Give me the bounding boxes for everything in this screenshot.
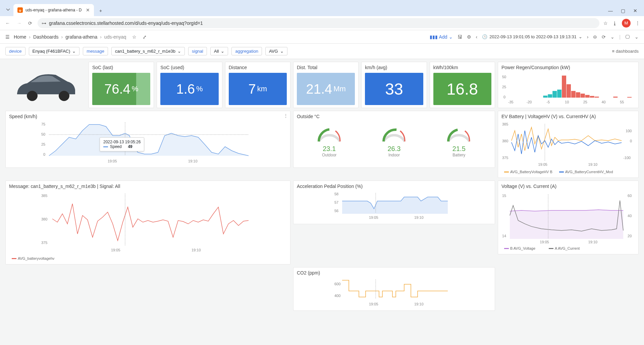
- chevron-down-icon[interactable]: ⌄: [635, 34, 639, 40]
- save-icon[interactable]: 🖫: [458, 34, 462, 40]
- browser-tab[interactable]: ⬙ uds-enyaq - grafana-athena - D ✕: [13, 4, 94, 16]
- close-window-icon[interactable]: ✕: [633, 8, 637, 13]
- add-button[interactable]: ▮▮▮ Add ⌄: [430, 34, 453, 40]
- breadcrumb-dashboards[interactable]: Dashboards: [33, 34, 59, 40]
- dashboards-link[interactable]: ≡ dashboards: [612, 49, 639, 54]
- profile-avatar[interactable]: M: [622, 19, 631, 28]
- svg-text:19:10: 19:10: [588, 240, 597, 244]
- svg-text:-5: -5: [546, 100, 550, 104]
- chevron-down-icon: ⌄: [72, 49, 76, 54]
- evbat-panel[interactable]: EV Battery | VoltageHV (V) vs. CurrentHV…: [498, 111, 639, 178]
- monitor-icon[interactable]: 🖵: [625, 34, 630, 40]
- menu-icon[interactable]: ☰: [5, 34, 10, 40]
- breadcrumb-folder[interactable]: grafana-athena: [65, 34, 97, 40]
- svg-rect-18: [595, 97, 599, 98]
- tab-actions-icon[interactable]: [5, 6, 11, 13]
- minimize-icon[interactable]: —: [608, 8, 613, 13]
- stat-dist-total[interactable]: Dist. Total 21.4Mm: [293, 62, 359, 108]
- time-forward-icon[interactable]: ›: [587, 34, 589, 40]
- breadcrumb-page: uds-enyaq: [104, 34, 126, 40]
- svg-text:19:10: 19:10: [414, 215, 424, 219]
- msg-chart: 385380375 19:0519:10: [9, 190, 287, 254]
- browser-menu-icon[interactable]: ⋮: [635, 20, 640, 26]
- co2-panel[interactable]: CO2 (ppm) 600400 19:0519:10: [293, 267, 495, 311]
- svg-text:100: 100: [626, 129, 632, 133]
- download-icon[interactable]: ⭳: [612, 20, 617, 26]
- close-tab-icon[interactable]: ✕: [86, 7, 90, 13]
- breadcrumb: Home › Dashboards › grafana-athena › uds…: [14, 34, 147, 40]
- svg-text:19:10: 19:10: [188, 159, 198, 163]
- var-signal-select[interactable]: All⌄: [210, 47, 228, 55]
- panel-menu-icon[interactable]: ⋮: [283, 113, 288, 118]
- back-icon[interactable]: ←: [4, 19, 11, 27]
- reload-icon[interactable]: ⟳: [27, 19, 34, 27]
- svg-text:14: 14: [502, 234, 506, 238]
- speed-panel[interactable]: ⋮ Speed (km/h) 7550250 19:0519:10 2022-0…: [5, 111, 290, 168]
- svg-text:-35: -35: [508, 100, 514, 104]
- site-info-icon[interactable]: ⊶: [42, 20, 46, 26]
- new-tab-button[interactable]: +: [97, 5, 105, 16]
- svg-text:50: 50: [502, 75, 506, 79]
- svg-text:19:10: 19:10: [588, 162, 597, 166]
- var-device-select[interactable]: Enyaq (F461BFAC)⌄: [29, 47, 80, 55]
- clock-icon: 🕓: [482, 34, 487, 39]
- accel-panel[interactable]: Acceleration Pedal Position (%) 585756 1…: [293, 181, 495, 224]
- stat-kmh[interactable]: km/h (avg) 33: [361, 62, 427, 108]
- var-device-label: device: [5, 47, 25, 55]
- window-controls: — ▢ ✕: [604, 8, 641, 16]
- svg-text:19:10: 19:10: [414, 302, 424, 306]
- power-panel[interactable]: Power Regen/Consumption (kW) 50250 -35-2…: [498, 62, 639, 108]
- svg-text:19:05: 19:05: [108, 159, 117, 163]
- svg-rect-15: [581, 94, 585, 98]
- svg-text:400: 400: [334, 294, 340, 298]
- var-agg-select[interactable]: AVG⌄: [265, 47, 287, 55]
- speed-chart: 7550250 19:0519:10: [9, 120, 287, 164]
- chevron-right-icon: ›: [100, 34, 102, 40]
- msg-panel[interactable]: Message: can1_battery_s_m62_r_m1e3b | Si…: [5, 181, 290, 264]
- var-message-select[interactable]: can1_battery_s_m62_r_m1e3b⌄: [111, 47, 185, 55]
- grafana-header: ☰ Home › Dashboards › grafana-athena › u…: [0, 30, 644, 44]
- breadcrumb-home[interactable]: Home: [14, 34, 26, 40]
- svg-text:19:10: 19:10: [192, 248, 201, 252]
- star-dashboard-icon[interactable]: ☆: [132, 34, 137, 40]
- stat-soc-used[interactable]: SoC (used) 1.6%: [157, 62, 222, 108]
- chevron-down-icon: ⌄: [221, 49, 224, 54]
- zoom-out-icon[interactable]: ⊖: [593, 34, 597, 40]
- forward-icon[interactable]: →: [15, 19, 23, 27]
- svg-text:55: 55: [620, 100, 624, 104]
- star-icon[interactable]: ☆: [603, 20, 608, 26]
- gauge-indoor: 26.3 Indoor: [379, 124, 409, 157]
- refresh-icon[interactable]: ⟳: [602, 34, 606, 40]
- svg-text:0: 0: [630, 139, 632, 143]
- url-bar[interactable]: ⊶ grafana.csselectronics.stellarhosted.c…: [38, 18, 599, 28]
- chevron-down-icon: ⌄: [280, 49, 284, 54]
- refresh-dropdown-icon[interactable]: ⌄: [610, 34, 614, 40]
- stat-distance[interactable]: Distance 7km: [225, 62, 290, 108]
- settings-icon[interactable]: ⚙: [467, 34, 471, 40]
- svg-text:19:05: 19:05: [538, 162, 547, 166]
- variables-row: device Enyaq (F461BFAC)⌄ message can1_ba…: [0, 44, 644, 59]
- svg-rect-10: [557, 90, 561, 98]
- grafana-favicon: ⬙: [17, 7, 23, 13]
- bar-chart-icon: ▮▮▮: [430, 34, 438, 40]
- time-back-icon[interactable]: ‹: [476, 34, 478, 40]
- gauge-battery: 21.5 Battery: [444, 124, 474, 157]
- volt-panel[interactable]: Voltage (V) vs. Current (A) 1514604020 1…: [498, 181, 639, 254]
- svg-rect-19: [613, 97, 618, 98]
- chevron-down-icon: ⌄: [579, 34, 582, 39]
- stat-soc-last[interactable]: SoC (last) 76.4%: [89, 62, 154, 108]
- svg-rect-8: [548, 94, 552, 98]
- accel-chart: 585756 19:0519:10: [297, 190, 491, 220]
- var-signal-label: signal: [188, 47, 207, 55]
- stat-kwh[interactable]: kWh/100km 16.8: [430, 62, 495, 108]
- maximize-icon[interactable]: ▢: [621, 8, 625, 13]
- share-icon[interactable]: ⤤: [143, 34, 147, 40]
- svg-text:15: 15: [502, 194, 506, 198]
- chevron-right-icon: ›: [29, 34, 31, 40]
- svg-text:0: 0: [503, 95, 505, 99]
- chevron-down-icon: ⌄: [177, 49, 181, 54]
- evbat-chart: 385380375 1000-100 19:0519:10: [501, 120, 635, 167]
- svg-text:75: 75: [41, 122, 45, 126]
- time-range-picker[interactable]: 🕓 2022-09-13 19:01:05 to 2022-09-13 19:1…: [482, 34, 582, 39]
- outside-panel[interactable]: Outside °C 23.1 Outdoor 26.3 Indoor 21.5…: [293, 111, 495, 168]
